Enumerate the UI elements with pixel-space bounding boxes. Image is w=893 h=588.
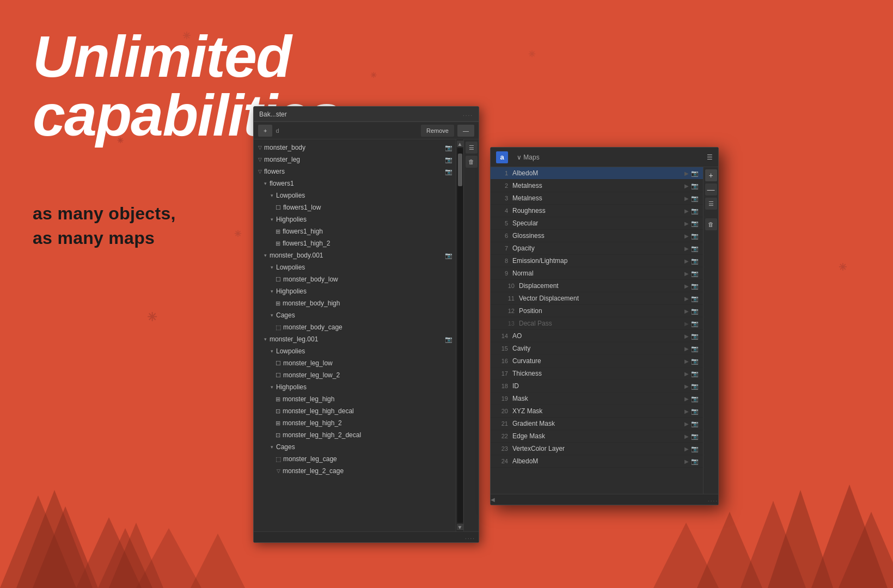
tree-item-highpolies-3[interactable]: ▾ Highpolies <box>254 381 456 393</box>
map-expand-arrow: ▶ <box>684 383 689 389</box>
tree-item-monster-leg-cage[interactable]: ⬚ monster_leg_cage <box>254 453 456 465</box>
maps-trash-icon[interactable]: 🗑 <box>705 218 717 230</box>
camera-icon[interactable]: 📷 <box>691 370 699 377</box>
map-row-6[interactable]: 6 Glossiness ▶ 📷 <box>491 230 703 242</box>
tree-item-monster-body-high[interactable]: ⊞ monster_body_high <box>254 297 456 309</box>
camera-icon[interactable]: 📷 <box>691 170 699 177</box>
map-row-2[interactable]: 2 Metalness ▶ 📷 <box>491 180 703 192</box>
map-row-12[interactable]: 12 Position ▶ 📷 <box>491 305 703 317</box>
tree-item-monster-leg-high[interactable]: ⊞ monster_leg_high <box>254 393 456 405</box>
camera-icon[interactable]: 📷 <box>691 270 699 277</box>
camera-icon[interactable]: 📷 <box>691 395 699 402</box>
camera-icon[interactable]: 📷 <box>691 283 699 290</box>
maps-bottom-arrow[interactable]: ◀ <box>491 497 495 503</box>
item-label: monster_body <box>264 144 445 151</box>
tree-item-lowpolies-2[interactable]: ▾ Lowpolies <box>254 261 456 273</box>
camera-icon[interactable]: 📷 <box>691 308 699 315</box>
tree-item-cages-1[interactable]: ▾ Cages <box>254 309 456 321</box>
map-row-10[interactable]: 10 Displacement ▶ 📷 <box>491 280 703 292</box>
maps-list-toggle-icon[interactable]: ☰ <box>707 154 713 161</box>
scroll-track[interactable] <box>457 148 463 523</box>
camera-icon[interactable]: 📷 <box>691 458 699 465</box>
map-row-3[interactable]: 3 Metalness ▶ 📷 <box>491 192 703 205</box>
tree-item-monster-leg-high-2[interactable]: ⊞ monster_leg_high_2 <box>254 417 456 429</box>
remove-button[interactable]: Remove <box>421 125 454 137</box>
map-row-11[interactable]: 11 Vector Displacement ▶ 📷 <box>491 292 703 305</box>
map-row-22[interactable]: 22 Edge Mask ▶ 📷 <box>491 430 703 443</box>
camera-icon[interactable]: 📷 <box>691 245 699 252</box>
maps-section-toggle[interactable]: ∨ Maps <box>517 154 540 161</box>
tree-item-flowers1-high-2[interactable]: ⊞ flowers1_high_2 <box>254 237 456 249</box>
map-row-24[interactable]: 24 AlbedoM ▶ 📷 <box>491 455 703 468</box>
camera-icon[interactable]: 📷 <box>691 420 699 427</box>
tree-item-flowers1[interactable]: ▾ flowers1 <box>254 177 456 189</box>
minus-button[interactable]: — <box>457 125 474 137</box>
scroll-up[interactable]: ▲ <box>457 140 463 147</box>
tree-item-monster-body-001[interactable]: ▾ monster_body.001 📷 <box>254 249 456 261</box>
tree-item-lowpolies-3[interactable]: ▾ Lowpolies <box>254 345 456 357</box>
camera-icon[interactable]: 📷 <box>691 345 699 352</box>
tree-item-monster-leg-high-decal[interactable]: ⊡ monster_leg_high_decal <box>254 405 456 417</box>
tree-item-flowers[interactable]: ▽ flowers 📷 <box>254 166 456 177</box>
map-row-7[interactable]: 7 Opacity ▶ 📷 <box>491 242 703 255</box>
maps-list[interactable]: 1 AlbedoM ▶ 📷 2 Metalness ▶ 📷 3 Metalnes… <box>491 167 703 494</box>
map-row-4[interactable]: 4 Roughness ▶ 📷 <box>491 205 703 217</box>
camera-icon[interactable]: 📷 <box>691 258 699 265</box>
tree-item-flowers1-high[interactable]: ⊞ flowers1_high <box>254 225 456 237</box>
camera-icon[interactable]: 📷 <box>691 433 699 440</box>
tree-item-monster-body[interactable]: ▽ monster_body 📷 <box>254 142 456 154</box>
tree-item-highpolies-1[interactable]: ▾ Highpolies <box>254 213 456 225</box>
object-tree[interactable]: ▽ monster_body 📷 ▽ monster_leg 📷 ▽ flowe… <box>254 139 456 531</box>
tree-item-monster-leg-low[interactable]: ☐ monster_leg_low <box>254 357 456 369</box>
tree-item-monster-leg-high-2-decal[interactable]: ⊡ monster_leg_high_2_decal <box>254 429 456 441</box>
camera-icon[interactable]: 📷 <box>691 333 699 340</box>
map-row-5[interactable]: 5 Specular ▶ 📷 <box>491 217 703 230</box>
map-row-19[interactable]: 19 Mask ▶ 📷 <box>491 393 703 405</box>
map-row-21[interactable]: 21 Gradient Mask ▶ 📷 <box>491 418 703 430</box>
map-row-16[interactable]: 16 Curvature ▶ 📷 <box>491 355 703 367</box>
camera-icon[interactable]: 📷 <box>691 207 699 215</box>
tree-item-monster-body-low[interactable]: ☐ monster_body_low <box>254 273 456 285</box>
tree-item-monster-leg-001[interactable]: ▾ monster_leg.001 📷 <box>254 333 456 345</box>
item-label: monster_body.001 <box>270 252 445 259</box>
map-row-8[interactable]: 8 Emission/Lightmap ▶ 📷 <box>491 255 703 267</box>
tree-item-monster-leg-2-cage[interactable]: ▽ monster_leg_2_cage <box>254 465 456 477</box>
trash-icon[interactable]: 🗑 <box>466 156 478 168</box>
map-row-9[interactable]: 9 Normal ▶ 📷 <box>491 267 703 280</box>
camera-icon[interactable]: 📷 <box>691 320 699 327</box>
map-row-15[interactable]: 15 Cavity ▶ 📷 <box>491 342 703 355</box>
add-button[interactable]: + <box>258 125 272 137</box>
camera-icon[interactable]: 📷 <box>691 232 699 240</box>
map-row-1[interactable]: 1 AlbedoM ▶ 📷 <box>491 167 703 180</box>
camera-icon[interactable]: 📷 <box>691 358 699 365</box>
tree-item-flowers1-low[interactable]: ☐ flowers1_low <box>254 201 456 213</box>
tree-item-monster-body-cage[interactable]: ⬚ monster_body_cage <box>254 321 456 333</box>
tree-item-monster-leg-low-2[interactable]: ☐ monster_leg_low_2 <box>254 369 456 381</box>
map-row-23[interactable]: 23 VertexColor Layer ▶ 📷 <box>491 443 703 455</box>
camera-icon[interactable]: 📷 <box>691 220 699 227</box>
maps-list-icon[interactable]: ☰ <box>705 198 717 210</box>
map-row-14[interactable]: 14 AO ▶ 📷 <box>491 330 703 342</box>
list-icon[interactable]: ☰ <box>466 142 478 154</box>
camera-icon[interactable]: 📷 <box>691 383 699 390</box>
tree-item-monster-leg[interactable]: ▽ monster_leg 📷 <box>254 154 456 166</box>
map-num: 2 <box>495 182 508 189</box>
camera-icon[interactable]: 📷 <box>691 295 699 302</box>
scrollbar[interactable]: ▲ ▼ <box>456 139 463 531</box>
map-expand-arrow: ▶ <box>684 258 689 264</box>
camera-icon[interactable]: 📷 <box>691 182 699 189</box>
tree-item-lowpolies-1[interactable]: ▾ Lowpolies <box>254 189 456 201</box>
maps-remove-button[interactable]: — <box>705 183 717 195</box>
map-row-17[interactable]: 17 Thickness ▶ 📷 <box>491 367 703 380</box>
tree-item-highpolies-2[interactable]: ▾ Highpolies <box>254 285 456 297</box>
tree-item-cages-2[interactable]: ▾ Cages <box>254 441 456 453</box>
camera-icon[interactable]: 📷 <box>691 445 699 452</box>
camera-icon[interactable]: 📷 <box>691 408 699 415</box>
maps-add-button[interactable]: + <box>705 169 717 181</box>
badge-a: a <box>496 151 508 163</box>
map-row-13[interactable]: 13 Decal Pass ▶ 📷 <box>491 317 703 330</box>
map-row-18[interactable]: 18 ID ▶ 📷 <box>491 380 703 393</box>
camera-icon[interactable]: 📷 <box>691 195 699 202</box>
scroll-down[interactable]: ▼ <box>457 524 463 530</box>
map-row-20[interactable]: 20 XYZ Mask ▶ 📷 <box>491 405 703 418</box>
